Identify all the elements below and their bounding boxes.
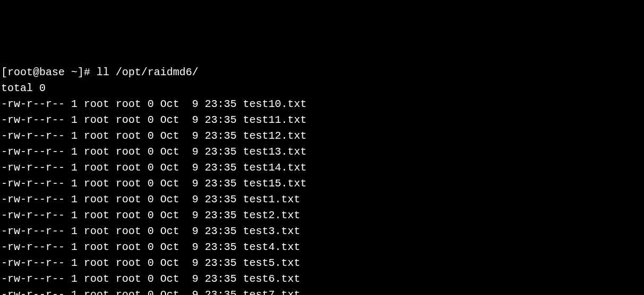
prompt-userhost: root@base — [7, 66, 65, 78]
file-row: -rw-r--r-- 1 root root 0 Oct 9 23:35 tes… — [1, 287, 643, 295]
file-row: -rw-r--r-- 1 root root 0 Oct 9 23:35 tes… — [1, 128, 643, 144]
file-row: -rw-r--r-- 1 root root 0 Oct 9 23:35 tes… — [1, 192, 643, 208]
terminal-output[interactable]: [root@base ~]# ll /opt/raidmd6/total 0-r… — [1, 65, 643, 295]
file-row: -rw-r--r-- 1 root root 0 Oct 9 23:35 tes… — [1, 112, 643, 128]
prompt-hash: # — [84, 66, 97, 78]
file-row: -rw-r--r-- 1 root root 0 Oct 9 23:35 tes… — [1, 144, 643, 160]
file-row: -rw-r--r-- 1 root root 0 Oct 9 23:35 tes… — [1, 224, 643, 239]
file-listing: -rw-r--r-- 1 root root 0 Oct 9 23:35 tes… — [1, 96, 643, 295]
prompt-open: [ — [1, 66, 7, 78]
command-text: ll /opt/raidmd6/ — [97, 66, 198, 78]
prompt-close: ] — [77, 66, 84, 78]
file-row: -rw-r--r-- 1 root root 0 Oct 9 23:35 tes… — [1, 271, 643, 287]
prompt-path: ~ — [65, 66, 77, 78]
total-line: total 0 — [1, 81, 643, 96]
command-line: [root@base ~]# ll /opt/raidmd6/ — [1, 65, 643, 81]
file-row: -rw-r--r-- 1 root root 0 Oct 9 23:35 tes… — [1, 208, 643, 224]
file-row: -rw-r--r-- 1 root root 0 Oct 9 23:35 tes… — [1, 160, 643, 176]
file-row: -rw-r--r-- 1 root root 0 Oct 9 23:35 tes… — [1, 239, 643, 255]
file-row: -rw-r--r-- 1 root root 0 Oct 9 23:35 tes… — [1, 176, 643, 192]
file-row: -rw-r--r-- 1 root root 0 Oct 9 23:35 tes… — [1, 96, 643, 112]
file-row: -rw-r--r-- 1 root root 0 Oct 9 23:35 tes… — [1, 255, 643, 271]
